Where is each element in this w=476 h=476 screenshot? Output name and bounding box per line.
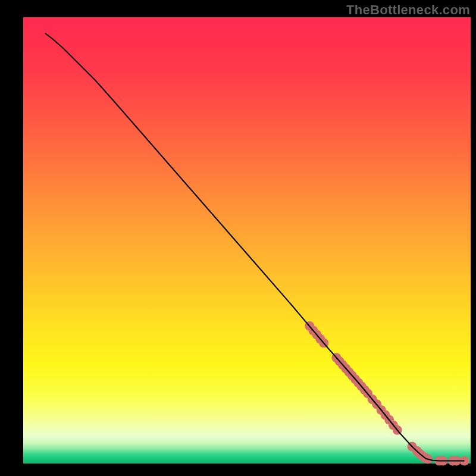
watermark-text: TheBottleneck.com: [346, 2, 470, 18]
plot-background: [23, 17, 471, 464]
chart-canvas: [0, 0, 476, 476]
chart-frame: TheBottleneck.com: [0, 0, 476, 476]
